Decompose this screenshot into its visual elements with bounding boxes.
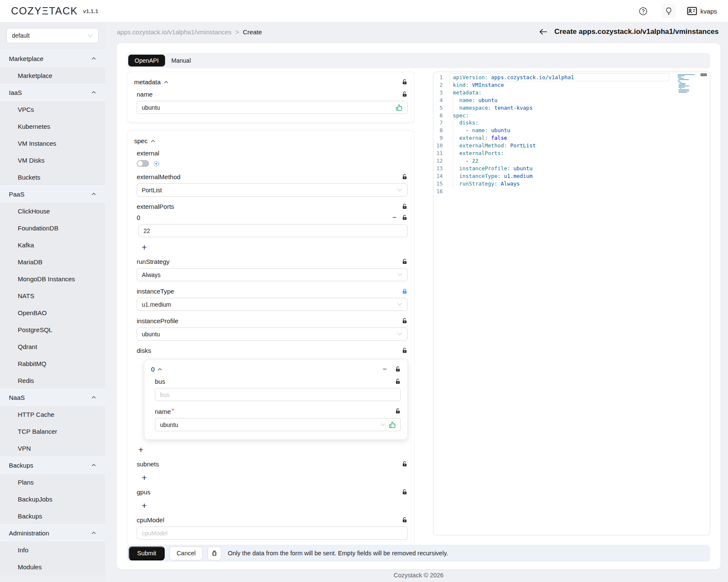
sidebar-item-mongodb-instances[interactable]: MongoDB Instances [0,270,105,287]
sidebar-item-kubernetes[interactable]: Kubernetes [0,118,105,135]
tab-manual[interactable]: Manual [165,55,197,67]
externalPorts-item-input-field[interactable] [143,227,403,234]
user-menu[interactable]: kvaps [687,7,717,15]
externalPorts-item-input[interactable] [138,224,408,237]
sidebar-section-naas[interactable]: NaaS [0,389,105,406]
lock-open-icon[interactable] [395,408,401,414]
sidebar-item-marketplace[interactable]: Marketplace [0,67,105,84]
cpuModel-input[interactable] [137,527,408,540]
thumbs-up-icon [389,421,396,428]
sidebar-item-qdrant[interactable]: Qdrant [0,338,105,355]
sidebar-item-clickhouse[interactable]: ClickHouse [0,202,105,219]
reset-default-icon[interactable] [153,161,160,167]
sidebar-item-vm-disks[interactable]: VM Disks [0,152,105,169]
externalMethod-select[interactable]: PortList [137,183,408,197]
back-arrow-icon[interactable] [539,28,548,36]
field-label-instanceProfile: instanceProfile [137,317,178,324]
theme-bulb-icon[interactable] [662,4,676,18]
submit-button[interactable]: Submit [129,546,165,560]
sidebar-section-administration[interactable]: Administration [0,524,105,541]
runStrategy-value: Always [142,272,394,278]
add-gpu-icon[interactable]: + [140,501,149,510]
sidebar-item-kafka[interactable]: Kafka [0,236,105,253]
sidebar-item-redis[interactable]: Redis [0,372,105,389]
namespace-select[interactable]: default [6,28,99,43]
instanceProfile-select[interactable]: ubuntu [137,327,408,341]
chevron-down-icon [381,423,386,427]
disks-item-panel: 0 − bus name* [144,360,408,440]
lock-open-icon[interactable] [402,259,408,265]
remove-disk-icon[interactable]: − [383,366,387,373]
editor-scrollbar-thumb[interactable] [700,73,707,76]
cpuModel-input-field[interactable] [142,530,403,537]
lock-open-icon[interactable] [402,174,408,180]
breadcrumb-separator: > [235,28,239,36]
runStrategy-select[interactable]: Always [137,268,408,281]
lock-open-icon[interactable] [395,366,401,372]
add-externalPorts-item-icon[interactable]: + [140,243,149,252]
lock-open-icon[interactable] [402,79,408,85]
sidebar-item-postgresql[interactable]: PostgreSQL [0,321,105,338]
lock-open-icon[interactable] [402,517,408,523]
sidebar-item-plans[interactable]: Plans [0,474,105,491]
collapse-caret-icon[interactable] [164,80,168,84]
add-subnet-icon[interactable]: + [140,473,149,482]
editor-line: 3metadata: [433,89,710,97]
remove-item-icon[interactable]: − [392,214,397,221]
collapse-caret-icon[interactable] [151,139,155,143]
editor-minimap[interactable] [678,74,696,94]
lock-open-icon[interactable] [402,318,408,324]
disk-bus-input-field[interactable] [160,391,396,398]
sidebar-item-info[interactable]: Info [0,541,105,558]
sidebar-item-backupjobs[interactable]: BackupJobs [0,491,105,507]
sidebar-item-modules[interactable]: Modules [0,558,105,575]
sidebar-item-http-cache[interactable]: HTTP Cache [0,406,105,423]
sidebar-item-tcp-balancer[interactable]: TCP Balancer [0,423,105,440]
metadata-section: metadata name [127,72,415,122]
lock-open-icon[interactable] [402,348,408,354]
sidebar-section-backups[interactable]: Backups [0,457,105,474]
metadata-name-input[interactable] [137,101,408,114]
sidebar-item-vpcs[interactable]: VPCs [0,101,105,118]
lock-closed-icon[interactable] [402,288,408,294]
sidebar-section-marketplace[interactable]: Marketplace [0,50,105,67]
editor-line: 13 instanceProfile: ubuntu [433,165,710,172]
lock-open-icon[interactable] [402,91,408,97]
help-icon[interactable] [636,4,651,18]
chevron-up-icon [91,57,96,60]
add-disk-icon[interactable]: + [137,445,145,454]
sidebar-section-iaas[interactable]: IaaS [0,84,105,101]
lock-open-icon[interactable] [402,489,408,495]
field-label-instanceType: instanceType [137,288,174,295]
lock-open-icon[interactable] [402,204,408,210]
sidebar-item-backups[interactable]: Backups [0,507,105,524]
collapse-caret-icon[interactable] [157,368,162,371]
breadcrumb-resource-link[interactable]: apps.cozystack.io/v1alpha1/vminstances [117,28,232,36]
tab-openapi[interactable]: OpenAPI [128,55,165,67]
disk-bus-input[interactable] [155,388,401,401]
external-toggle[interactable] [137,160,149,167]
metadata-name-input-field[interactable] [142,104,396,111]
sidebar-item-nats[interactable]: NATS [0,287,105,304]
debug-button[interactable] [207,546,221,560]
disk-name-select[interactable]: ubuntu [155,418,401,431]
sidebar-item-vm-instances[interactable]: VM Instances [0,135,105,152]
sidebar-item-vpn[interactable]: VPN [0,440,105,457]
sidebar-item-foundationdb[interactable]: FoundationDB [0,219,105,236]
yaml-editor[interactable]: 1apiVersion: apps.cozystack.io/v1alpha12… [433,72,710,535]
top-bar: COZYΞTACK v1.1.1 kvaps [0,0,728,22]
toggle-knob [138,161,143,166]
user-name: kvaps [700,8,717,15]
sidebar-item-mariadb[interactable]: MariaDB [0,253,105,270]
sidebar-item-rabbitmq[interactable]: RabbitMQ [0,355,105,372]
lock-open-icon[interactable] [402,461,408,467]
instanceType-select[interactable]: u1.medium [137,298,408,311]
lock-open-icon[interactable] [395,379,401,385]
sidebar-item-openbao[interactable]: OpenBAO [0,304,105,321]
lock-open-icon[interactable] [402,215,408,221]
sidebar-section-paas[interactable]: PaaS [0,186,105,202]
editor-line: 16 [433,188,710,195]
sidebar-item-buckets[interactable]: Buckets [0,169,105,186]
editor-line: 1apiVersion: apps.cozystack.io/v1alpha1 [433,74,710,81]
cancel-button[interactable]: Cancel [169,546,203,560]
